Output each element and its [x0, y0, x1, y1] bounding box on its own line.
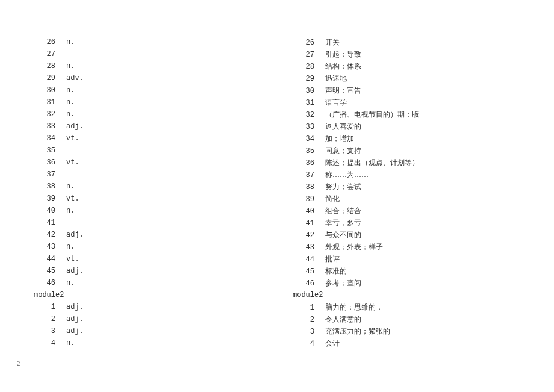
vocab-row: 46参考；查阅 — [289, 277, 524, 289]
vocab-row: 3adj. — [30, 325, 289, 337]
vocab-row: 38n. — [30, 181, 289, 193]
vocab-row: 32（广播、电视节目的）期；版 — [289, 108, 524, 120]
vocab-row: 32n. — [30, 108, 289, 120]
row-number: 30 — [289, 85, 325, 97]
definition: 批评 — [325, 253, 340, 265]
vocab-row: 26开关 — [289, 36, 524, 48]
row-number: 32 — [289, 109, 325, 121]
definition: 结构；体系 — [325, 60, 361, 72]
definition: 引起；导致 — [325, 48, 361, 60]
page-content: 26n.2728n.29adv.30n.31n.32n.33adj.34vt.3… — [0, 0, 554, 349]
part-of-speech: n. — [66, 181, 75, 193]
definition: 外观；外表；样子 — [325, 241, 383, 253]
definition: 充满压力的；紧张的 — [325, 325, 390, 337]
part-of-speech: n. — [66, 84, 75, 96]
part-of-speech: n. — [66, 36, 75, 48]
row-number: 4 — [289, 338, 325, 350]
row-number: 4 — [30, 337, 66, 349]
vocab-row: 33adj. — [30, 120, 289, 132]
module-label: module2 — [289, 289, 323, 301]
row-number: 33 — [289, 121, 325, 133]
row-number: 31 — [289, 97, 325, 109]
vocab-row: 30声明；宣告 — [289, 84, 524, 96]
definition: 陈述；提出（观点、计划等） — [325, 157, 419, 169]
vocab-row: 28结构；体系 — [289, 60, 524, 72]
definition: 参考；查阅 — [325, 277, 361, 289]
vocab-row: 3充满压力的；紧张的 — [289, 325, 524, 337]
row-number: 34 — [30, 132, 66, 145]
definition: （广播、电视节目的）期；版 — [325, 108, 419, 120]
row-number: 26 — [289, 37, 325, 49]
vocab-row: 35同意；支持 — [289, 145, 524, 157]
vocab-row: 26n. — [30, 36, 289, 48]
row-number: 45 — [289, 266, 325, 278]
definition: 加；增加 — [325, 132, 354, 145]
part-of-speech: n. — [66, 96, 75, 108]
row-number: 40 — [30, 205, 66, 217]
row-number: 27 — [30, 48, 66, 60]
vocab-row: 2adj. — [30, 313, 289, 325]
vocab-row: 37 — [30, 169, 289, 181]
vocab-row: 36陈述；提出（观点、计划等） — [289, 157, 524, 169]
part-of-speech: n. — [66, 277, 75, 289]
vocab-row: 35 — [30, 145, 289, 157]
row-number: 1 — [289, 302, 325, 314]
row-number: 37 — [289, 169, 325, 181]
vocab-row: 42与众不同的 — [289, 229, 524, 241]
definition: 令人满意的 — [325, 313, 361, 325]
row-number: 29 — [30, 72, 66, 84]
vocab-row: 41幸亏，多亏 — [289, 217, 524, 229]
row-number: 36 — [30, 157, 66, 169]
definition: 脑力的；思维的， — [325, 301, 383, 313]
module-heading: module2 — [30, 289, 289, 301]
row-number: 29 — [289, 73, 325, 85]
vocab-row: 44vt. — [30, 253, 289, 265]
part-of-speech: n. — [66, 60, 75, 72]
part-of-speech: adj. — [66, 313, 84, 325]
definition: 会计 — [325, 337, 340, 349]
row-number: 3 — [289, 326, 325, 338]
row-number: 39 — [30, 193, 66, 205]
vocab-row: 44批评 — [289, 253, 524, 265]
row-number: 28 — [30, 60, 66, 72]
row-number: 27 — [289, 49, 325, 61]
row-number: 35 — [30, 145, 66, 157]
vocab-row: 31语言学 — [289, 96, 524, 108]
row-number: 45 — [30, 265, 66, 277]
row-number: 40 — [289, 205, 325, 217]
vocab-row: 41 — [30, 217, 289, 229]
definition: 开关 — [325, 36, 340, 48]
row-number: 46 — [289, 278, 325, 290]
vocab-row: 43外观；外表；样子 — [289, 241, 524, 253]
part-of-speech: vt. — [66, 132, 79, 145]
definition: 简化 — [325, 193, 340, 205]
row-number: 46 — [30, 277, 66, 289]
vocab-row: 39简化 — [289, 193, 524, 205]
definition: 幸亏，多亏 — [325, 217, 361, 229]
vocab-row: 29迅速地 — [289, 72, 524, 84]
part-of-speech: adj. — [66, 325, 84, 337]
row-number: 32 — [30, 108, 66, 120]
module-label: module2 — [30, 289, 64, 301]
part-of-speech: vt. — [66, 157, 79, 169]
row-number: 34 — [289, 133, 325, 145]
vocab-row: 40组合；结合 — [289, 205, 524, 217]
part-of-speech: adv. — [66, 72, 84, 84]
definition: 称……为…… — [325, 169, 369, 181]
vocab-row: 42adj. — [30, 229, 289, 241]
row-number: 33 — [30, 120, 66, 132]
definition: 迅速地 — [325, 72, 347, 84]
row-number: 42 — [289, 229, 325, 241]
row-number: 43 — [289, 241, 325, 254]
row-number: 2 — [289, 314, 325, 326]
part-of-speech: vt. — [66, 253, 79, 265]
row-number: 39 — [289, 193, 325, 205]
part-of-speech: n. — [66, 205, 75, 217]
vocab-row: 40n. — [30, 205, 289, 217]
row-number: 37 — [30, 169, 66, 181]
vocab-row: 38努力；尝试 — [289, 181, 524, 193]
vocab-row: 29adv. — [30, 72, 289, 84]
right-column: 26开关27引起；导致28结构；体系29迅速地30声明；宣告31语言学32（广播… — [289, 36, 524, 349]
definition: 组合；结合 — [325, 205, 361, 217]
vocab-row: 39vt. — [30, 193, 289, 205]
